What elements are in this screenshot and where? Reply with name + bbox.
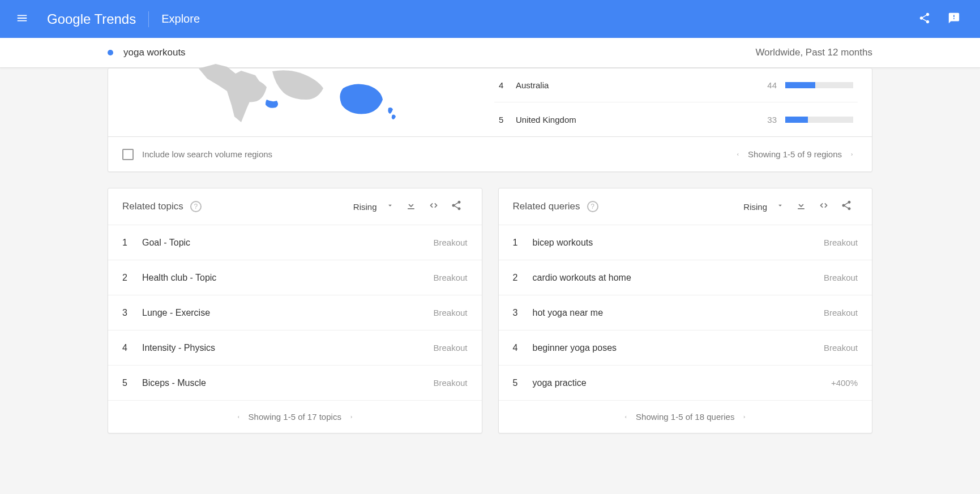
list-item-label: Intensity - Physics xyxy=(142,343,433,353)
regions-footer: Include low search volume regions Showin… xyxy=(108,136,872,171)
query-row[interactable]: 3hot yoga near meBreakout xyxy=(499,295,872,330)
logo[interactable]: Google Trends xyxy=(47,11,136,27)
list-item-value: Breakout xyxy=(433,308,467,317)
regions-card: 4 Australia 44 5 United Kingdom 33 Inclu… xyxy=(108,68,872,172)
logo-google: Google xyxy=(47,11,91,27)
list-item-value: Breakout xyxy=(824,273,858,282)
region-row[interactable]: 5 United Kingdom 33 xyxy=(494,102,858,136)
subheader: yoga workouts Worldwide, Past 12 months xyxy=(0,38,980,68)
menu-icon[interactable] xyxy=(11,7,33,31)
list-item-value: Breakout xyxy=(433,273,467,282)
related-topics-header: Related topics ? Rising xyxy=(108,188,482,225)
query-row[interactable]: 2cardio workouts at homeBreakout xyxy=(499,260,872,295)
list-item-rank: 3 xyxy=(513,308,533,318)
queries-pager-text: Showing 1-5 of 18 queries xyxy=(636,412,734,422)
list-item-rank: 2 xyxy=(513,273,533,283)
context-filter[interactable]: Worldwide, Past 12 months xyxy=(755,47,872,58)
chevron-right-icon[interactable] xyxy=(739,411,750,423)
related-queries-panel: Related queries ? Rising xyxy=(498,188,873,433)
download-icon[interactable] xyxy=(790,200,812,213)
topic-row[interactable]: 2Health club - TopicBreakout xyxy=(108,260,482,295)
feedback-icon[interactable] xyxy=(939,12,969,27)
list-item-label: hot yoga near me xyxy=(533,308,824,318)
list-item-label: beginner yoga poses xyxy=(533,343,824,353)
related-queries-header: Related queries ? Rising xyxy=(499,188,872,225)
list-item-rank: 1 xyxy=(513,238,533,248)
list-item-rank: 4 xyxy=(513,343,533,353)
search-term[interactable]: yoga workouts xyxy=(123,47,186,58)
list-item-label: yoga practice xyxy=(533,378,831,388)
topic-row[interactable]: 3Lunge - ExerciseBreakout xyxy=(108,295,482,330)
region-value: 33 xyxy=(767,115,777,124)
list-item-label: cardio workouts at home xyxy=(533,273,824,283)
region-rank: 4 xyxy=(499,80,516,90)
list-item-label: Goal - Topic xyxy=(142,238,433,248)
chevron-left-icon[interactable] xyxy=(732,149,743,160)
sort-dropdown-label: Rising xyxy=(743,202,767,212)
query-row[interactable]: 4beginner yoga posesBreakout xyxy=(499,330,872,365)
list-item-value: Breakout xyxy=(433,343,467,353)
queries-pager: Showing 1-5 of 18 queries xyxy=(620,411,750,423)
help-icon[interactable]: ? xyxy=(190,201,202,212)
region-bar xyxy=(785,82,853,88)
topics-pager: Showing 1-5 of 17 topics xyxy=(233,411,357,423)
topics-footer: Showing 1-5 of 17 topics xyxy=(108,400,482,433)
app-header: Google Trends Explore xyxy=(0,0,980,38)
include-low-volume-checkbox[interactable] xyxy=(122,149,134,160)
related-topics-title: Related topics xyxy=(122,201,183,212)
list-item-rank: 2 xyxy=(122,273,142,283)
embed-icon[interactable] xyxy=(812,200,835,213)
list-item-label: bicep workouts xyxy=(533,238,824,248)
region-row[interactable]: 4 Australia 44 xyxy=(494,68,858,102)
list-item-value: Breakout xyxy=(433,378,467,388)
query-row[interactable]: 5yoga practice+400% xyxy=(499,365,872,400)
help-icon[interactable]: ? xyxy=(587,201,598,212)
list-item-value: +400% xyxy=(831,378,858,388)
chevron-left-icon[interactable] xyxy=(620,411,631,423)
sort-dropdown-label: Rising xyxy=(353,202,377,212)
sort-dropdown[interactable] xyxy=(771,201,790,212)
list-item-rank: 3 xyxy=(122,308,142,318)
share-icon[interactable] xyxy=(910,12,939,27)
term-color-dot xyxy=(108,50,113,55)
queries-footer: Showing 1-5 of 18 queries xyxy=(499,400,872,433)
include-low-volume-label: Include low search volume regions xyxy=(142,149,272,159)
chevron-right-icon[interactable] xyxy=(846,149,858,160)
regions-map[interactable] xyxy=(108,68,494,136)
embed-icon[interactable] xyxy=(422,200,445,213)
list-item-label: Health club - Topic xyxy=(142,273,433,283)
list-item-value: Breakout xyxy=(824,308,858,317)
region-name: United Kingdom xyxy=(516,115,767,124)
topic-row[interactable]: 1Goal - TopicBreakout xyxy=(108,225,482,260)
regions-list: 4 Australia 44 5 United Kingdom 33 xyxy=(494,68,872,136)
topic-row[interactable]: 4Intensity - PhysicsBreakout xyxy=(108,330,482,365)
regions-pager: Showing 1-5 of 9 regions xyxy=(732,149,858,160)
sort-dropdown[interactable] xyxy=(380,201,400,212)
content: 4 Australia 44 5 United Kingdom 33 Inclu… xyxy=(0,68,980,450)
region-rank: 5 xyxy=(499,115,516,124)
list-item-value: Breakout xyxy=(824,238,858,247)
topic-row[interactable]: 5Biceps - MuscleBreakout xyxy=(108,365,482,400)
list-item-rank: 5 xyxy=(122,378,142,388)
header-divider xyxy=(148,11,149,27)
region-bar xyxy=(785,117,853,123)
list-item-value: Breakout xyxy=(824,343,858,353)
region-value: 44 xyxy=(767,80,777,90)
related-queries-title: Related queries xyxy=(513,201,580,212)
share-icon[interactable] xyxy=(445,200,468,213)
query-row[interactable]: 1bicep workoutsBreakout xyxy=(499,225,872,260)
list-item-label: Biceps - Muscle xyxy=(142,378,433,388)
list-item-rank: 1 xyxy=(122,238,142,248)
list-item-rank: 5 xyxy=(513,378,533,388)
list-item-value: Breakout xyxy=(433,238,467,247)
chevron-left-icon[interactable] xyxy=(233,411,244,423)
topics-pager-text: Showing 1-5 of 17 topics xyxy=(249,412,341,422)
page-section-title: Explore xyxy=(161,12,200,25)
related-topics-panel: Related topics ? Rising xyxy=(108,188,482,433)
share-icon[interactable] xyxy=(835,200,858,213)
list-item-rank: 4 xyxy=(122,343,142,353)
regions-pager-text: Showing 1-5 of 9 regions xyxy=(748,149,842,159)
region-name: Australia xyxy=(516,80,767,90)
chevron-right-icon[interactable] xyxy=(346,411,357,423)
download-icon[interactable] xyxy=(400,200,422,213)
